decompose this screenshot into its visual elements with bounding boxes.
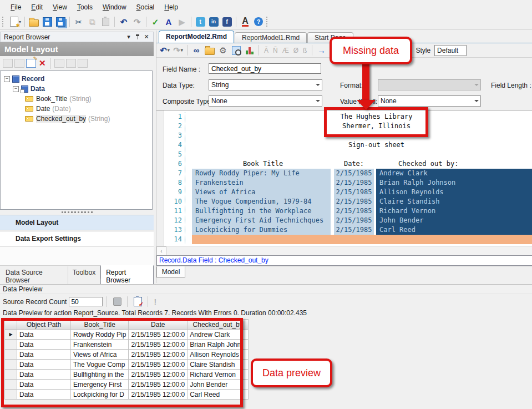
cell-book-title[interactable]: Views of Africa bbox=[192, 188, 331, 197]
report-header-line[interactable]: Book TitleDate:Checked out by: bbox=[192, 159, 532, 169]
cell-book-title[interactable]: Frankenstein bbox=[192, 178, 331, 188]
toolbar-grip[interactable] bbox=[2, 17, 6, 27]
tree-node-field[interactable]: Book_Title(String) bbox=[1, 94, 152, 104]
tab-reportmodel2-rmd[interactable]: ReportModel2.Rmd bbox=[159, 31, 234, 43]
stop-icon[interactable] bbox=[111, 296, 123, 308]
run-icon[interactable]: ▶ bbox=[176, 16, 188, 28]
cell-checked-out-by[interactable]: Andrew Clark bbox=[376, 169, 532, 178]
encoding-letter-icon[interactable]: Ø bbox=[293, 47, 298, 54]
report-data-row[interactable]: Emergency First Aid Technichques2/15/198… bbox=[192, 216, 532, 225]
cell-checked-out-by[interactable]: Richard Vernon bbox=[376, 206, 532, 216]
format-select[interactable] bbox=[378, 79, 481, 90]
source-record-count-input[interactable] bbox=[69, 297, 103, 306]
cell-date[interactable]: 2/15/1985 bbox=[334, 225, 374, 235]
close-icon[interactable]: ✕ bbox=[142, 33, 151, 41]
undo-icon[interactable]: ↶ bbox=[118, 16, 130, 28]
redo-icon[interactable]: ↷▾ bbox=[172, 44, 184, 57]
cell-date[interactable]: 2/15/1985 bbox=[334, 197, 374, 206]
save-button[interactable] bbox=[41, 16, 53, 28]
facebook-icon[interactable]: f bbox=[221, 16, 233, 28]
composite-type-select[interactable]: None bbox=[209, 95, 322, 107]
cut-icon[interactable]: ✂ bbox=[73, 16, 85, 28]
cell-checked-out-by[interactable]: Carl Reed bbox=[376, 225, 532, 235]
font-icon[interactable]: A bbox=[163, 16, 175, 28]
menu-window[interactable]: Window bbox=[98, 1, 131, 13]
field-name-input[interactable] bbox=[209, 63, 321, 74]
cell-date[interactable]: 2/15/1985 bbox=[334, 206, 374, 216]
cell-checked-out-by[interactable]: Claire Standish bbox=[376, 197, 532, 206]
encoding-letter-icon[interactable]: Ñ bbox=[273, 47, 278, 54]
delete-icon[interactable]: ✕ bbox=[38, 58, 47, 68]
column-header-book[interactable]: Book Title bbox=[192, 159, 331, 169]
paste-icon[interactable] bbox=[99, 16, 112, 28]
menu-file[interactable]: File bbox=[6, 1, 26, 13]
cell-book-title[interactable]: Bullfighting in the Workplace bbox=[192, 206, 331, 216]
column-header-checked[interactable]: Checked out by: bbox=[376, 159, 532, 169]
cell-date[interactable]: 2/15/1985 bbox=[334, 178, 374, 188]
report-data-row[interactable]: Bullfighting in the Workplace2/15/1985Ri… bbox=[192, 206, 532, 216]
report-data-row[interactable]: Lockpicking for Dummies2/15/1985Carl Ree… bbox=[192, 225, 532, 235]
cell-date[interactable]: 2/15/1985 bbox=[334, 188, 374, 197]
tree-node-record[interactable]: −Record bbox=[1, 74, 152, 84]
report-empty-row-highlight[interactable] bbox=[192, 235, 532, 244]
add-field-icon[interactable] bbox=[3, 59, 13, 68]
scroll-left-arrow[interactable]: ‹ bbox=[156, 246, 166, 256]
nav-section-data-export-settings[interactable]: Data Export Settings bbox=[0, 231, 154, 246]
copy-icon[interactable]: ⧉ bbox=[86, 16, 98, 28]
twitter-icon[interactable]: t bbox=[194, 16, 206, 28]
cell-checked-out-by[interactable]: John Bender bbox=[376, 216, 532, 225]
report-data-row[interactable]: Views of Africa2/15/1985Allison Reynolds bbox=[192, 188, 532, 197]
tab-data-source-browser[interactable]: Data Source Browser bbox=[1, 266, 68, 286]
cell-date[interactable]: 2/15/1985 bbox=[334, 169, 374, 178]
cell-date[interactable]: 2/15/1985 bbox=[334, 216, 374, 225]
tree-node-field[interactable]: Date(Date) bbox=[1, 104, 152, 114]
errors-icon[interactable]: ! bbox=[152, 297, 158, 306]
cell-book-title[interactable]: Lockpicking for Dummies bbox=[192, 225, 331, 235]
statistics-icon[interactable] bbox=[244, 44, 256, 57]
validate-icon[interactable]: ✓ bbox=[149, 16, 161, 28]
tab-reportmodel1-rmd[interactable]: ReportModel1.Rmd bbox=[235, 32, 307, 43]
cell-book-title[interactable]: Rowdy Roddy Piper: My Life bbox=[192, 169, 331, 178]
panel-menu-icon[interactable]: ▾ bbox=[124, 33, 133, 41]
brand-logo-icon[interactable]: A bbox=[239, 16, 251, 28]
value-if-null-select[interactable]: None bbox=[378, 95, 481, 107]
menu-view[interactable]: View bbox=[48, 1, 72, 13]
refresh-preview-icon[interactable] bbox=[131, 296, 144, 308]
export-icon[interactable] bbox=[66, 59, 76, 68]
cell-checked-out-by[interactable]: Allison Reynolds bbox=[376, 188, 532, 197]
panel-splitter[interactable] bbox=[0, 210, 154, 215]
help-icon[interactable]: ? bbox=[252, 16, 265, 28]
nav-section-model-layout[interactable]: Model Layout bbox=[0, 215, 154, 230]
settings-gear-icon[interactable]: ⚙ bbox=[217, 44, 229, 57]
menu-social[interactable]: Social bbox=[131, 1, 160, 13]
linkedin-icon[interactable]: in bbox=[207, 16, 220, 28]
report-data-row[interactable]: Rowdy Roddy Piper: My Life2/15/1985Andre… bbox=[192, 169, 532, 178]
tab-model[interactable]: Model bbox=[156, 266, 185, 278]
tree-node-field[interactable]: Checked_out_by(String) bbox=[1, 114, 152, 124]
report-data-row[interactable]: Frankenstein2/15/1985Brian Ralph Johnson bbox=[192, 178, 532, 188]
open-icon[interactable] bbox=[204, 44, 216, 57]
tab-toolbox[interactable]: Toolbox bbox=[68, 266, 100, 279]
layout-icon[interactable] bbox=[78, 59, 88, 68]
find-icon[interactable]: ∞ bbox=[190, 44, 202, 57]
save-all-button[interactable] bbox=[54, 16, 67, 28]
undo-icon[interactable]: ↶▾ bbox=[159, 44, 171, 57]
new-report-button[interactable]: ▾ bbox=[9, 16, 22, 28]
menu-tools[interactable]: Tools bbox=[72, 1, 98, 13]
column-header-date[interactable]: Date: bbox=[334, 159, 374, 169]
report-center-line[interactable]: Sign-out sheet bbox=[192, 140, 532, 150]
cell-book-title[interactable]: The Vogue Compendium, 1979-84 bbox=[192, 197, 331, 206]
cell-checked-out-by[interactable]: Brian Ralph Johnson bbox=[376, 178, 532, 188]
pin-icon[interactable] bbox=[133, 33, 142, 41]
encoding-letter-icon[interactable]: Ã bbox=[264, 47, 268, 54]
add-group-icon[interactable] bbox=[14, 59, 24, 68]
data-type-select[interactable]: String bbox=[209, 79, 322, 90]
cell-book-title[interactable]: Emergency First Aid Technichques bbox=[192, 216, 331, 225]
report-data-row[interactable]: The Vogue Compendium, 1979-842/15/1985Cl… bbox=[192, 197, 532, 206]
style-select[interactable]: Default bbox=[434, 45, 467, 56]
encoding-letter-icon[interactable]: ß bbox=[303, 47, 307, 54]
tree-node-data[interactable]: −Data bbox=[1, 84, 152, 94]
menu-edit[interactable]: Edit bbox=[26, 1, 48, 13]
menu-help[interactable]: Help bbox=[159, 1, 183, 13]
properties-icon[interactable] bbox=[26, 59, 36, 68]
